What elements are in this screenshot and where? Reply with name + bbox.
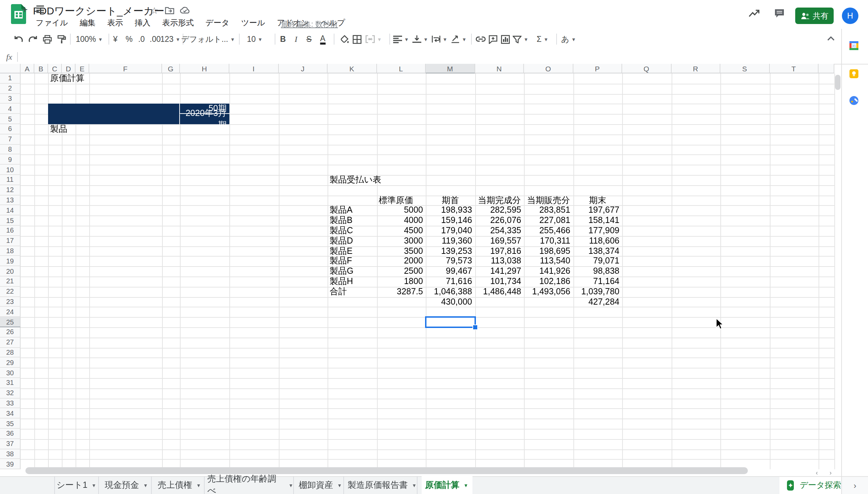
- more-formats-button[interactable]: 123▼: [160, 29, 180, 49]
- row-header-36[interactable]: 36: [0, 429, 21, 439]
- column-header-C[interactable]: C: [48, 64, 62, 73]
- paint-format-icon[interactable]: [57, 29, 66, 49]
- menu-item-6[interactable]: ツール: [241, 18, 265, 29]
- collapse-side-panel-icon[interactable]: ›: [842, 476, 868, 494]
- row-header-8[interactable]: 8: [0, 144, 21, 155]
- cell-N17[interactable]: 169,557: [475, 236, 521, 246]
- row-header-30[interactable]: 30: [0, 368, 21, 378]
- row-header-28[interactable]: 28: [0, 348, 21, 358]
- cell-K14[interactable]: 製品A: [330, 205, 353, 216]
- cell-K18[interactable]: 製品E: [330, 246, 353, 256]
- row-header-17[interactable]: 17: [0, 236, 21, 246]
- tasks-icon[interactable]: [849, 95, 858, 104]
- cell-L17[interactable]: 3000: [377, 236, 423, 246]
- row-header-15[interactable]: 15: [0, 215, 21, 226]
- increase-decimal-button[interactable]: .00: [150, 29, 161, 49]
- decrease-decimal-button[interactable]: .0: [138, 29, 145, 49]
- row-header-12[interactable]: 12: [0, 185, 21, 196]
- row-header-37[interactable]: 37: [0, 439, 21, 449]
- column-header-N[interactable]: N: [475, 64, 524, 73]
- row-header-19[interactable]: 19: [0, 256, 21, 267]
- banner-block[interactable]: [48, 104, 179, 124]
- column-header-E[interactable]: E: [76, 64, 89, 73]
- column-header-P[interactable]: P: [573, 64, 622, 73]
- cell-M17[interactable]: 119,360: [426, 236, 472, 246]
- sheet-tab-5[interactable]: 棚卸資産▼: [297, 476, 344, 494]
- formula-bar[interactable]: fx: [0, 50, 868, 64]
- sheet-tab-1[interactable]: シート1▼: [54, 476, 99, 494]
- cell-M19[interactable]: 79,573: [426, 256, 472, 267]
- cell-K21[interactable]: 製品H: [330, 277, 353, 287]
- tab-menu-caret-icon[interactable]: ▼: [92, 483, 96, 487]
- cell-M14[interactable]: 198,933: [426, 205, 472, 216]
- menu-item-0[interactable]: ファイル: [36, 18, 68, 29]
- cell-O15[interactable]: 227,081: [524, 215, 570, 226]
- menu-item-5[interactable]: データ: [205, 18, 229, 29]
- cell-L15[interactable]: 4000: [377, 215, 423, 226]
- cell-M23[interactable]: 430,000: [426, 297, 472, 307]
- row-header-39[interactable]: 39: [0, 459, 21, 470]
- row-header-9[interactable]: 9: [0, 155, 21, 165]
- cell-N14[interactable]: 282,595: [475, 205, 521, 216]
- scroll-left-icon[interactable]: ‹: [816, 469, 818, 476]
- row-header-11[interactable]: 11: [0, 175, 21, 185]
- tab-menu-caret-icon[interactable]: ▼: [464, 483, 468, 487]
- column-header-D[interactable]: D: [62, 64, 76, 73]
- sheet-tab-2[interactable]: 現金預金▼: [102, 476, 152, 494]
- cell-M15[interactable]: 159,146: [426, 215, 472, 226]
- active-cell-selection[interactable]: [425, 316, 476, 328]
- cell-M18[interactable]: 139,253: [426, 246, 472, 256]
- column-header-I[interactable]: I: [229, 64, 278, 73]
- scroll-right-icon[interactable]: ›: [830, 469, 832, 476]
- cell-L16[interactable]: 4500: [377, 226, 423, 236]
- column-header-G[interactable]: G: [162, 64, 180, 73]
- cell-P14[interactable]: 197,677: [573, 205, 619, 216]
- cell-N22[interactable]: 1,486,448: [475, 287, 521, 297]
- column-header-T[interactable]: T: [769, 64, 819, 73]
- cell-O13[interactable]: 当期販売分: [524, 195, 573, 205]
- borders-icon[interactable]: [353, 29, 362, 49]
- insert-chart-icon[interactable]: [501, 29, 510, 49]
- insert-link-icon[interactable]: [476, 29, 486, 49]
- cell-O17[interactable]: 170,311: [524, 236, 570, 246]
- menu-item-2[interactable]: 表示: [107, 18, 123, 29]
- menu-item-4[interactable]: 表示形式: [162, 18, 194, 29]
- cell-M13[interactable]: 期首: [426, 195, 475, 205]
- row-header-23[interactable]: 23: [0, 297, 21, 307]
- row-header-3[interactable]: 3: [0, 94, 21, 104]
- cell-P21[interactable]: 71,164: [573, 277, 619, 287]
- cell-P23[interactable]: 427,284: [573, 297, 619, 307]
- column-header-F[interactable]: F: [89, 64, 162, 73]
- cell-L22[interactable]: 3287.5: [377, 287, 423, 297]
- cell-M22[interactable]: 1,046,388: [426, 287, 472, 297]
- column-header-A[interactable]: A: [21, 64, 34, 73]
- column-header-O[interactable]: O: [524, 64, 573, 73]
- cell-P13[interactable]: 期末: [573, 195, 622, 205]
- keep-icon[interactable]: [849, 69, 858, 78]
- fill-color-icon[interactable]: [340, 29, 349, 49]
- cell-L20[interactable]: 2500: [377, 266, 423, 277]
- redo-icon[interactable]: [28, 29, 38, 49]
- vertical-align-icon[interactable]: ▼: [412, 29, 428, 49]
- insights-icon[interactable]: [749, 9, 760, 20]
- vertical-scrollbar[interactable]: [835, 75, 841, 90]
- cell-M16[interactable]: 179,040: [426, 226, 472, 236]
- print-icon[interactable]: [43, 29, 52, 49]
- row-header-33[interactable]: 33: [0, 398, 21, 409]
- menu-item-3[interactable]: 挿入: [135, 18, 150, 29]
- cell-P20[interactable]: 98,838: [573, 266, 619, 277]
- cell-O18[interactable]: 198,695: [524, 246, 570, 256]
- column-header-B[interactable]: B: [34, 64, 48, 73]
- cell-C6[interactable]: 製品: [50, 124, 67, 134]
- row-header-29[interactable]: 29: [0, 358, 21, 368]
- cell-P19[interactable]: 79,071: [573, 256, 619, 267]
- cell-N21[interactable]: 101,734: [475, 277, 521, 287]
- cell-N18[interactable]: 197,816: [475, 246, 521, 256]
- zoom-select[interactable]: 100%▼: [73, 29, 105, 49]
- star-icon[interactable]: ☆: [150, 5, 158, 16]
- row-header-34[interactable]: 34: [0, 409, 21, 419]
- sheet-tab-4[interactable]: 売上債権の年齢調べ▼: [207, 476, 294, 494]
- format-percent-button[interactable]: %: [126, 29, 133, 49]
- cell-M20[interactable]: 99,467: [426, 266, 472, 277]
- column-header-H[interactable]: H: [180, 64, 229, 73]
